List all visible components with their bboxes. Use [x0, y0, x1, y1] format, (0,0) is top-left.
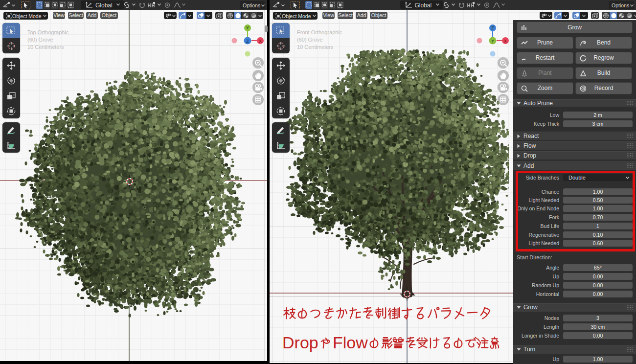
svg-text:X: X [503, 39, 506, 44]
svg-text:Z: Z [246, 39, 249, 44]
svg-text:X: X [258, 39, 261, 44]
svg-text:Y: Y [246, 25, 249, 30]
svg-text:Y: Y [491, 39, 494, 44]
svg-text:Z: Z [491, 25, 494, 30]
